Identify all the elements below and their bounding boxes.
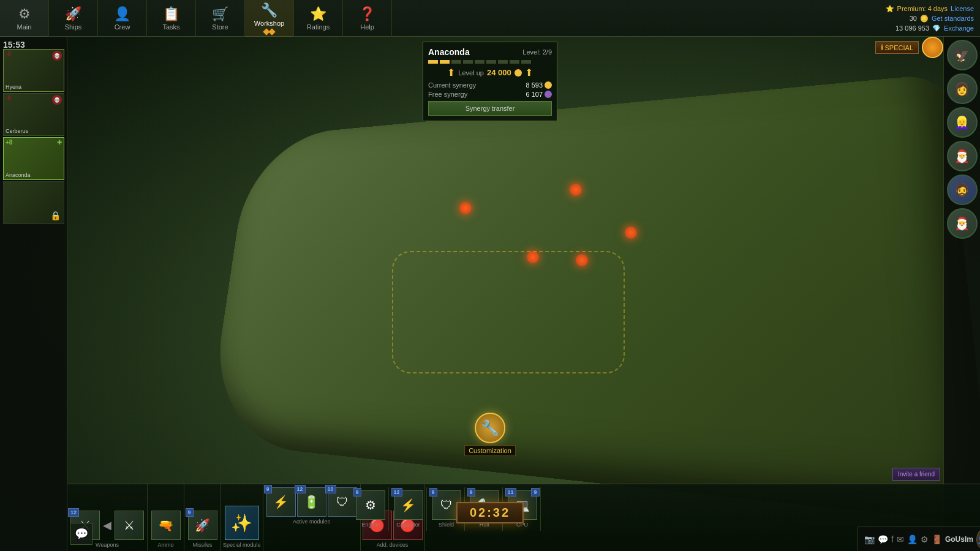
current-synergy-value: 8 593 [526,81,552,89]
special-module-label: Special module [223,542,261,548]
nav-label-help: Help [360,23,374,31]
settings-icon[interactable]: ⚙ [921,534,929,544]
active-mod-level-3: 10 [325,485,336,493]
special-module-slot[interactable]: ✨ [225,506,259,540]
exchange-link[interactable]: Exchange [944,24,974,32]
player-avatar-4[interactable]: 🎅 [947,141,978,171]
missiles-slot[interactable]: 9 🚀 [188,511,217,540]
synergy-icon-purple [545,91,552,98]
levelup-row: ⬆ Level up 24 000 ⬆ [428,67,552,78]
cpu-level-2: 9 [531,488,539,497]
user-avatar[interactable]: 👤 [976,530,980,549]
customization-button[interactable]: 🔧 [475,413,505,443]
email-icon[interactable]: ✉ [897,534,904,544]
screenshot-icon[interactable]: 📷 [864,534,875,544]
ship-slot-2-cerberus[interactable]: -8 💀 Cerberus [3,93,64,136]
engine-slot[interactable]: 9 ⚙ [356,490,385,520]
player-avatar-3[interactable]: 👱‍♀️ [947,107,978,138]
license-link[interactable]: License [951,5,974,12]
timer-bar: 02:32 [456,502,524,523]
nav-label-store: Store [212,23,228,31]
free-synergy-row: Free synergy 6 107 [428,91,552,98]
xp-empty-5 [475,60,484,64]
levelup-label: Level up [458,69,484,77]
customization-label: Customization [464,445,516,456]
active-mod-level-1: 9 [264,485,272,493]
ship-slot-3-anaconda[interactable]: +8 ✚ Anaconda [3,137,64,180]
special-button[interactable]: ℹ SPECIAL [875,41,919,54]
nav-item-ratings[interactable]: ⭐ Ratings [294,0,343,37]
workshop-icon: 🔧 [261,2,277,18]
ship-slot-1-hyena[interactable]: -8 💀 Hyena [3,49,64,92]
nav-item-main[interactable]: ⚙ Main [0,0,49,37]
nav-item-ships[interactable]: 🚀 Ships [49,0,98,37]
special-icon: ℹ [881,43,883,51]
user-icon[interactable]: 👤 [907,534,918,544]
ammo-slot[interactable]: 🔫 [151,511,181,540]
nav-item-tasks[interactable]: 📋 Tasks [147,0,196,37]
special-orb[interactable] [922,37,943,58]
nav-item-store[interactable]: 🛒 Store [196,0,245,37]
active-mod-slot-1[interactable]: 9 ⚡ [266,487,296,517]
active-modules-label: Active modules [293,519,330,525]
xp-empty-4 [463,60,473,64]
customization-area: 🔧 Customization [464,413,516,456]
active-mod-slot-2[interactable]: 12 🔋 [297,487,326,517]
ship-name: Anaconda [428,47,470,57]
arrow-up-left: ⬆ [447,67,455,78]
synergy-coin-1 [514,69,522,77]
player-avatar-2[interactable]: 👩 [947,73,978,104]
invite-section: Invite a friend [892,468,940,481]
player-avatar-1[interactable]: 🦅 [947,40,978,70]
xp-empty-3 [451,60,461,64]
currency1-value: 30 [910,15,917,22]
help-icon: ❓ [359,6,375,22]
xp-filled-1 [428,60,438,64]
xp-empty-6 [486,60,496,64]
add-devices-label: Add. devices [377,542,409,548]
right-player-panel: 🦅 👩 👱‍♀️ 🎅 🧔 🎅 [943,37,980,551]
cpu-level: 11 [505,488,516,497]
ship-xp-bars [428,60,552,64]
current-synergy-number: 8 593 [526,81,543,89]
special-module-section: ✨ Special module [221,484,263,551]
active-mod-level-2: 12 [295,485,306,493]
nav-label-ships: Ships [65,23,82,31]
ship-slot-level-1: -8 [6,51,11,58]
ship-slot-label-1: Hyena [6,84,21,90]
discord-icon[interactable]: 💬 [878,534,888,544]
invite-friend-button[interactable]: Invite a friend [892,468,940,481]
ship-slot-4-locked[interactable]: 🔒 [3,181,64,224]
ship-info-panel: Anaconda Level: 2/9 ⬆ Level up 24 000 ⬆ … [423,42,557,121]
chat-button[interactable]: 💬 [70,523,92,545]
ammo-section: 🔫 Ammo [148,484,184,551]
engine-label: Engine [361,522,379,528]
xp-empty-7 [498,60,508,64]
ships-icon: 🚀 [65,6,81,22]
capacitor-section: 12 ⚡ Capacitor [390,487,427,531]
ship-slot-label-2: Cerberus [6,128,28,134]
ship-slot-label-3: Anaconda [6,172,31,178]
weapon-slot-2[interactable]: ⚔ [115,511,144,540]
xp-empty-9 [521,60,531,64]
synergy-transfer-button[interactable]: Synergy transfer [428,101,552,116]
capacitor-slot[interactable]: 12 ⚡ [394,490,423,520]
active-modules-section: 9 ⚡ 12 🔋 10 🛡 Active modules [263,484,361,551]
player-avatar-6[interactable]: 🎅 [947,208,978,239]
weapon-scroll-left[interactable]: ◀ [101,511,113,540]
nav-item-help[interactable]: ❓ Help [343,0,392,37]
nav-item-crew[interactable]: 👤 Crew [98,0,147,37]
currency2-value: 13 096 953 [895,24,929,32]
player-avatar-5[interactable]: 🧔 [947,174,978,205]
premium-row-1: ⭐ Premium: 4 days License [886,5,974,13]
top-navigation: ⚙ Main 🚀 Ships 👤 Crew 📋 Tasks 🛒 Store 🔧 … [0,0,980,37]
missiles-section: 9 🚀 Missiles [184,484,221,551]
nav-item-workshop[interactable]: 🔧 Workshop [245,0,294,37]
current-synergy-row: Current synergy 8 593 [428,81,552,89]
shield-level: 9 [429,488,437,497]
ship-info-header: Anaconda Level: 2/9 [428,47,552,57]
get-standards-link[interactable]: Get standards [932,15,974,22]
logout-icon[interactable]: 🚪 [932,534,942,544]
nav-label-crew: Crew [115,23,130,31]
facebook-icon[interactable]: f [891,534,894,544]
